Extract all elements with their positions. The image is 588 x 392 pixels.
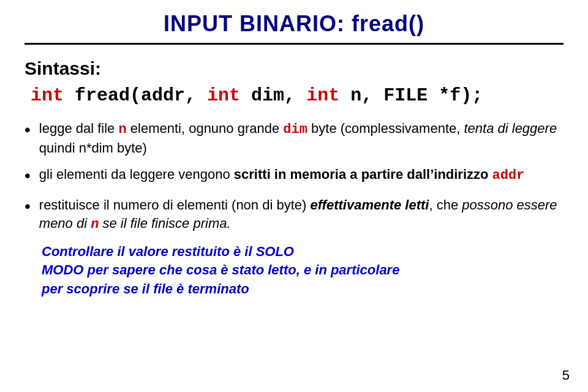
list-item: • gli elementi da leggere vengono scritt…	[24, 165, 564, 187]
bullet-text-3: restituisce il numero di elementi (non d…	[39, 196, 564, 233]
page: INPUT BINARIO: fread() Sintassi: int fre…	[0, 0, 588, 392]
bold-scritti: scritti in memoria a partire dall’indiri…	[234, 167, 492, 182]
bullet-dot-3: •	[24, 195, 31, 218]
page-number: 5	[562, 368, 570, 383]
blue-italic-text-1: Controllare il valore restituito è il SO…	[42, 244, 294, 259]
code-int-n-keyword: int	[306, 85, 339, 106]
bullet-text-2: gli elementi da leggere vengono scritti …	[39, 165, 564, 185]
header: INPUT BINARIO: fread()	[24, 0, 564, 45]
italic-possono: possono essere meno di n se il file fini…	[39, 197, 557, 231]
code-fread-text: fread(addr,	[75, 85, 207, 106]
blue-italic-text-3: per scoprire se il file è terminato	[42, 281, 249, 296]
code-n-text: n, FILE *f);	[350, 85, 483, 106]
blue-italic-block: Controllare il valore restituito è il SO…	[42, 243, 564, 299]
code-dim-text: dim,	[251, 85, 306, 106]
bold-italic-effettivamente: effettivamente letti	[310, 197, 429, 213]
code-dim-ref: dim	[283, 122, 307, 137]
bullet-dot-1: •	[24, 118, 31, 141]
code-int-keyword: int	[31, 85, 64, 106]
code-n-inline: n	[91, 217, 99, 232]
sintassi-label: Sintassi:	[24, 58, 564, 79]
blue-italic-text-2: MODO per sapere che cosa è stato letto, …	[42, 262, 399, 277]
code-n-ref: n	[118, 122, 126, 137]
code-addr-ref: addr	[492, 168, 525, 183]
bullet-text-1: legge dal file n elementi, ognuno grande…	[39, 119, 564, 157]
code-int-dim-keyword: int	[207, 85, 240, 106]
bullet-list: • legge dal file n elementi, ognuno gran…	[24, 119, 564, 234]
code-signature: int fread(addr, int dim, int n, FILE *f)…	[31, 85, 564, 106]
bullet-dot-2: •	[24, 164, 31, 187]
list-item: • legge dal file n elementi, ognuno gran…	[24, 119, 564, 157]
italic-tenta: tenta di leggere	[464, 121, 557, 136]
list-item: • restituisce il numero di elementi (non…	[24, 196, 564, 233]
page-title: INPUT BINARIO: fread()	[164, 11, 424, 36]
